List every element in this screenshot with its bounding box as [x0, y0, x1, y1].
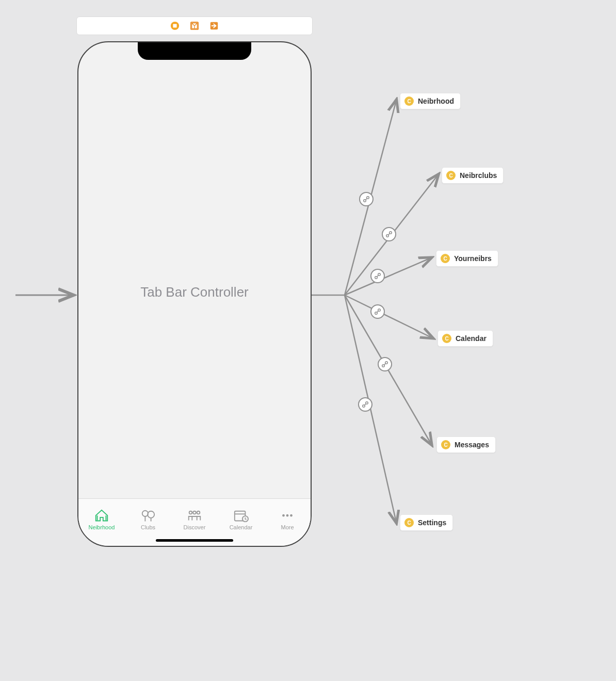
- calendar-icon: [233, 509, 249, 522]
- svg-rect-9: [173, 24, 176, 27]
- chip-label: Messages: [455, 441, 489, 449]
- tab-label: Discover: [184, 524, 206, 530]
- controller-badge-icon: C: [404, 518, 414, 527]
- notch: [138, 41, 251, 60]
- segue-indicator[interactable]: [370, 304, 385, 319]
- home-indicator: [156, 539, 233, 542]
- destination-calendar[interactable]: C Calendar: [437, 330, 493, 347]
- chip-label: Settings: [418, 518, 446, 527]
- tab-discover[interactable]: Discover: [171, 499, 218, 538]
- tab-label: Clubs: [141, 524, 155, 530]
- segue-indicator[interactable]: [358, 397, 372, 412]
- destination-messages[interactable]: C Messages: [436, 436, 496, 453]
- svg-point-21: [290, 514, 293, 516]
- chip-label: Neibrhood: [418, 97, 454, 105]
- tab-label: Calendar: [230, 524, 253, 530]
- svg-line-33: [377, 311, 379, 313]
- controller-badge-icon: C: [441, 440, 450, 449]
- svg-line-5: [345, 295, 432, 338]
- svg-line-39: [365, 404, 366, 406]
- first-responder-icon[interactable]: [190, 21, 199, 30]
- house-icon: [94, 509, 109, 522]
- destination-neibrclubs[interactable]: C Neibrclubs: [442, 167, 504, 184]
- controller-badge-icon: C: [441, 254, 450, 263]
- svg-point-13: [148, 511, 154, 517]
- segue-indicator[interactable]: [382, 227, 396, 241]
- svg-point-14: [189, 511, 192, 514]
- tab-label: Neibrhood: [89, 524, 115, 530]
- scene-toolbar[interactable]: [76, 17, 313, 35]
- svg-line-4: [345, 258, 431, 295]
- tab-more[interactable]: More: [264, 499, 311, 538]
- chip-label: Calendar: [456, 334, 487, 343]
- segue-indicator[interactable]: [370, 269, 385, 283]
- destination-neibrhood[interactable]: C Neibrhood: [400, 93, 461, 109]
- svg-point-16: [197, 511, 200, 514]
- exit-icon[interactable]: [209, 21, 219, 30]
- tree-icon: [140, 509, 156, 522]
- segue-indicator[interactable]: [359, 192, 374, 206]
- tab-calendar[interactable]: Calendar: [218, 499, 264, 538]
- svg-point-19: [282, 514, 285, 516]
- iphone-frame: Tab Bar Controller Neibrhood Clubs Disco…: [77, 41, 312, 547]
- svg-point-20: [286, 514, 289, 516]
- tab-clubs[interactable]: Clubs: [125, 499, 171, 538]
- destination-settings[interactable]: C Settings: [400, 514, 453, 531]
- svg-line-24: [366, 199, 367, 200]
- more-icon: [280, 509, 295, 522]
- people-icon: [187, 509, 202, 522]
- svg-line-36: [384, 364, 386, 365]
- chip-label: Neibrclubs: [460, 171, 497, 180]
- scene-title: Tab Bar Controller: [140, 284, 249, 300]
- svg-point-15: [193, 511, 196, 514]
- tab-neibrhood[interactable]: Neibrhood: [78, 499, 125, 538]
- chip-label: Yourneibrs: [454, 254, 492, 263]
- controller-badge-icon: C: [442, 334, 451, 343]
- controller-icon[interactable]: [170, 21, 180, 30]
- svg-point-12: [142, 510, 148, 516]
- tab-label: More: [281, 524, 294, 530]
- svg-line-27: [388, 234, 390, 235]
- segue-indicator[interactable]: [378, 357, 392, 371]
- controller-badge-icon: C: [404, 96, 414, 106]
- controller-badge-icon: C: [446, 171, 456, 180]
- destination-yourneibrs[interactable]: C Yourneibrs: [436, 250, 498, 267]
- svg-line-30: [377, 275, 379, 277]
